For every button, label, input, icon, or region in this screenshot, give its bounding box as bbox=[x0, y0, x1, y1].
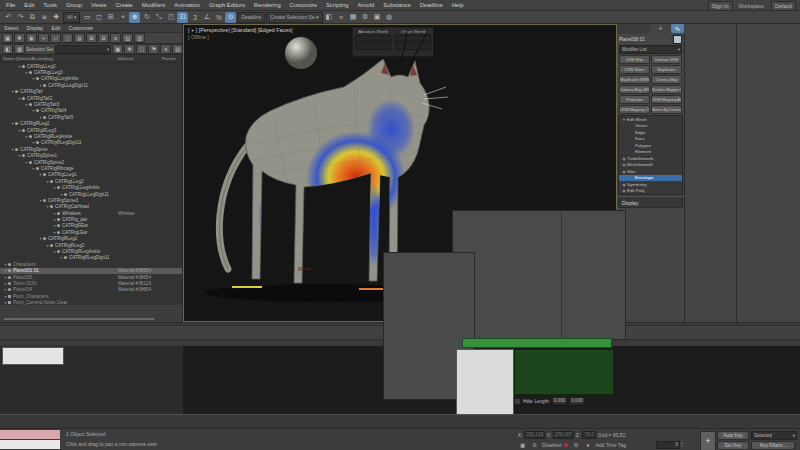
toolbar-icon-7[interactable]: ⊞ bbox=[105, 12, 116, 23]
toolbar-icon-0[interactable]: ↶ bbox=[3, 12, 14, 23]
menu-item-views[interactable]: Views bbox=[91, 2, 106, 8]
explorer-menu-edit[interactable]: Edit bbox=[51, 25, 60, 31]
menu-item-arnold[interactable]: Arnold bbox=[358, 2, 375, 8]
toolbar-icon-9[interactable]: ⊕ bbox=[129, 12, 140, 23]
explorer-tool-icon-5[interactable]: ◻ bbox=[62, 33, 73, 43]
toolbar-icon-12[interactable]: ◫ bbox=[165, 12, 176, 23]
toolbar-icon-17[interactable]: ⊙ bbox=[225, 12, 236, 23]
set-key-big-button[interactable]: + bbox=[700, 431, 716, 450]
explorer-tool-icon-3[interactable]: ⌖ bbox=[38, 33, 49, 43]
modifier-set-button[interactable]: Projection bbox=[619, 95, 650, 104]
modifier-set-button[interactable]: UVW Xform bbox=[619, 65, 650, 74]
selection-set-dropdown[interactable] bbox=[55, 45, 111, 54]
modifier-set-button[interactable]: UVW Mapping Add bbox=[651, 95, 682, 104]
frame-spinner[interactable]: ▴▾ bbox=[681, 442, 685, 448]
menu-item-graph-editors[interactable]: Graph Editors bbox=[209, 2, 245, 8]
sign-in-dropdown[interactable]: Sign In bbox=[708, 1, 733, 11]
explorer-tool2r-icon-0[interactable]: ▣ bbox=[112, 44, 123, 54]
object-name[interactable]: Plane008 01 bbox=[619, 37, 671, 42]
modifier-set-button[interactable]: Select By Channel bbox=[651, 105, 682, 114]
sphere-object[interactable] bbox=[285, 37, 317, 69]
toolbar-icon-8[interactable]: ⌖ bbox=[117, 12, 128, 23]
menu-item-group[interactable]: Group bbox=[66, 2, 82, 8]
column-header-0[interactable]: Name (Sorted Ascending) bbox=[1, 56, 116, 61]
maxscript-listener-input[interactable] bbox=[0, 440, 60, 449]
timeline-ruler[interactable] bbox=[0, 414, 800, 429]
toolbar-icon-5[interactable]: ▭ bbox=[81, 12, 92, 23]
explorer-tool-icon-11[interactable]: ▥ bbox=[134, 33, 145, 43]
key-filters-button[interactable]: Key Filters... bbox=[751, 441, 795, 450]
waveform-plot[interactable] bbox=[514, 349, 614, 395]
toolbar-icon-4[interactable]: ✚ bbox=[51, 12, 62, 23]
cat-tail[interactable] bbox=[219, 145, 248, 269]
gear-icon[interactable]: ⚙ bbox=[571, 441, 580, 449]
toolbar-icon-19[interactable]: ≡ bbox=[336, 12, 347, 23]
explorer-menu-display[interactable]: Display bbox=[26, 25, 43, 31]
explorer-tool2r-icon-1[interactable]: ✚ bbox=[124, 44, 135, 54]
display-rollout-title[interactable]: Display bbox=[618, 198, 683, 208]
modifier-list-dropdown[interactable]: Modifier List bbox=[619, 45, 682, 54]
column-header-1[interactable]: Material bbox=[116, 56, 160, 61]
modifier-set-button[interactable]: UVW Mapping Clea bbox=[619, 105, 650, 114]
track-filter-box[interactable] bbox=[2, 347, 64, 365]
explorer-column-headers[interactable]: Name (Sorted Ascending)MaterialFrozen bbox=[0, 54, 182, 63]
hide-checkbox[interactable] bbox=[514, 398, 521, 405]
explorer-tool2r-icon-2[interactable]: ◻ bbox=[136, 44, 147, 54]
column-header-2[interactable]: Frozen bbox=[160, 56, 181, 61]
command-tab-0[interactable]: + bbox=[654, 24, 667, 33]
toolbar-icon-21[interactable]: ⚙ bbox=[360, 12, 371, 23]
explorer-tool-icon-7[interactable]: ⊞ bbox=[86, 33, 97, 43]
menu-item-help[interactable]: Help bbox=[452, 2, 464, 8]
toolbar-icon-16[interactable]: % bbox=[213, 12, 224, 23]
modifier-set-button[interactable]: Camera Map (WSM) bbox=[619, 85, 650, 94]
explorer-tool-icon-0[interactable]: ▣ bbox=[2, 33, 13, 43]
command-tab-1[interactable]: ∿ bbox=[671, 24, 684, 33]
menu-item-rendering[interactable]: Rendering bbox=[254, 2, 281, 8]
menu-item-scripting[interactable]: Scripting bbox=[326, 2, 349, 8]
toolbar-icon-23[interactable]: ◍ bbox=[384, 12, 395, 23]
modifier-set-button[interactable]: Unwrap UVW bbox=[651, 55, 682, 64]
object-color-swatch[interactable] bbox=[673, 35, 682, 44]
menu-item-edit[interactable]: Edit bbox=[24, 2, 34, 8]
modifier-set-button[interactable]: Camera Map bbox=[651, 75, 682, 84]
menu-item-substance[interactable]: Substance bbox=[383, 2, 410, 8]
explorer-tool2r-icon-4[interactable]: ≡ bbox=[160, 44, 171, 54]
modifier-set-button[interactable]: MapScaler (WSM) bbox=[619, 75, 650, 84]
disabled-icon[interactable]: ⊘ bbox=[530, 441, 539, 449]
explorer-menu-customize[interactable]: Customize bbox=[68, 25, 93, 31]
menu-item-create[interactable]: Create bbox=[115, 2, 132, 8]
modifier-set-button[interactable]: MapScaler bbox=[651, 65, 682, 74]
toolbar-icon-20[interactable]: ▦ bbox=[348, 12, 359, 23]
toolbar-icon-22[interactable]: ▣ bbox=[372, 12, 383, 23]
modifier-set-button[interactable]: Surface Mapper (W bbox=[651, 85, 682, 94]
z-field[interactable]: 76.0 bbox=[582, 431, 596, 439]
auto-key-button[interactable]: Auto Key bbox=[717, 431, 749, 440]
toolbar-icon-13[interactable]: ⊡ bbox=[177, 12, 188, 23]
menu-item-tools[interactable]: Tools bbox=[43, 2, 57, 8]
explorer-tool-icon-8[interactable]: ⊟ bbox=[98, 33, 109, 43]
current-frame-field[interactable]: 0 bbox=[656, 441, 680, 449]
toolbar-icon-6[interactable]: ◻ bbox=[93, 12, 104, 23]
x-field[interactable]: 291.139 bbox=[524, 431, 545, 439]
toolbar-icon-15[interactable]: ∠ bbox=[201, 12, 212, 23]
named-selection-dropdown[interactable]: Create Selection Se ▾ bbox=[266, 12, 322, 23]
toolbar-icon-10[interactable]: ↻ bbox=[141, 12, 152, 23]
explorer-tool2-icon-0[interactable]: ◧ bbox=[2, 44, 13, 54]
menu-item-animation[interactable]: Animation bbox=[174, 2, 200, 8]
selected-dropdown[interactable]: Selected bbox=[751, 431, 797, 440]
explorer-tool-icon-6[interactable]: ◍ bbox=[74, 33, 85, 43]
explorer-tool2r-icon-3[interactable]: ⚑ bbox=[148, 44, 159, 54]
modifier-set-button[interactable]: UVW Map bbox=[619, 55, 650, 64]
explorer-tool-icon-1[interactable]: ✚ bbox=[14, 33, 25, 43]
explorer-tool-icon-2[interactable]: ◉ bbox=[26, 33, 37, 43]
explorer-hscrollbar[interactable] bbox=[4, 318, 154, 320]
explorer-tool-icon-9[interactable]: ≡ bbox=[110, 33, 121, 43]
toolbar-icon-1[interactable]: ↷ bbox=[15, 12, 26, 23]
explorer-tool-icon-4[interactable]: ▭ bbox=[50, 33, 61, 43]
toolbar-icon-14[interactable]: 3 bbox=[189, 12, 200, 23]
explorer-tool2-icon-1[interactable]: ▦ bbox=[14, 44, 25, 54]
menu-item-modifiers[interactable]: Modifiers bbox=[142, 2, 166, 8]
selection-lock-icon[interactable]: ▣ bbox=[518, 441, 527, 449]
explorer-tool2r-icon-5[interactable]: ▤ bbox=[172, 44, 183, 54]
explorer-tool-icon-10[interactable]: ▤ bbox=[122, 33, 133, 43]
